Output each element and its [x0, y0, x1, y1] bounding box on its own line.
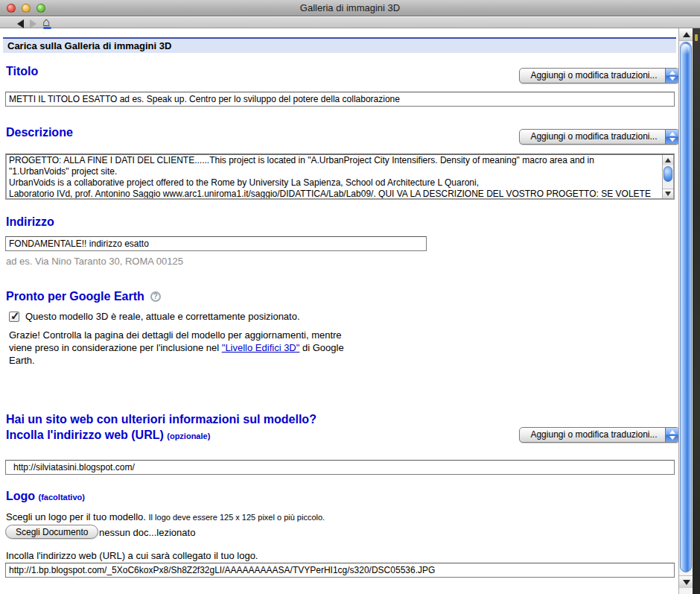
scroll-down-icon[interactable] — [679, 575, 693, 588]
section-heading-google-earth: Pronto per Google Earth? — [6, 290, 161, 303]
browser-toolbar — [0, 17, 700, 28]
translate-dropdown-label: Aggiungi o modifica traduzioni... — [520, 130, 665, 144]
scroll-down-icon[interactable] — [663, 189, 673, 198]
window-titlebar: Galleria di immagini 3D — [0, 0, 700, 16]
section-heading-titolo: Titolo — [6, 65, 38, 78]
scrollbar-thumb[interactable] — [664, 166, 672, 182]
translate-dropdown-description[interactable]: Aggiungi o modifica traduzioni... — [519, 129, 680, 145]
google-earth-checkbox-row: ✓ Questo modello 3D è reale, attuale e c… — [9, 311, 300, 322]
section-heading-website-url: Incolla l'indirizzo web (URL) (opzionale… — [6, 429, 210, 442]
dropdown-stepper-icon — [665, 428, 679, 442]
no-file-selected-text: nessun doc...lezionato — [99, 527, 195, 538]
address-input[interactable] — [5, 236, 427, 251]
logo-size-note: Il logo deve essere 125 x 125 pixel o pi… — [149, 513, 325, 522]
window-scrollbar[interactable] — [678, 28, 693, 594]
page-title: Carica sulla Galleria di immagini 3D — [7, 40, 171, 51]
logo-url-input[interactable] — [5, 563, 675, 578]
checkmark-icon: ✓ — [10, 309, 20, 323]
translate-dropdown-title[interactable]: Aggiungi o modifica traduzioni... — [519, 68, 680, 83]
google-earth-checkbox-label: Questo modello 3D è reale, attuale e cor… — [25, 311, 300, 322]
translate-dropdown-website[interactable]: Aggiungi o modifica traduzioni... — [519, 427, 680, 443]
google-earth-thanks-text: Grazie! Controlla la pagina dei dettagli… — [9, 329, 357, 367]
title-input[interactable] — [5, 92, 675, 107]
scrollbar-thumb[interactable] — [680, 42, 692, 572]
address-hint: ad es. Via Nino Taranto 30, ROMA 00125 — [6, 256, 183, 267]
desktop-background — [693, 28, 700, 594]
description-scrollbar[interactable] — [662, 155, 673, 198]
dropdown-stepper-icon — [665, 130, 679, 144]
section-heading-descrizione: Descrizione — [6, 126, 73, 139]
optional-note: (facoltativo) — [39, 493, 85, 502]
browser-window: Galleria di immagini 3D ⌂ Carica sulla G… — [0, 0, 700, 594]
desktop-background-detail — [695, 34, 698, 41]
help-icon[interactable]: ? — [150, 291, 161, 302]
logo-url-label: Incolla l'indirizzo web (URL) a cui sarà… — [6, 550, 258, 561]
back-icon[interactable] — [17, 19, 24, 28]
translate-dropdown-label: Aggiungi o modifica traduzioni... — [520, 428, 665, 442]
page-header-band: Carica sulla Galleria di immagini 3D — [3, 37, 676, 53]
window-title: Galleria di immagini 3D — [0, 2, 700, 13]
forward-icon[interactable] — [30, 19, 36, 28]
google-earth-checkbox[interactable]: ✓ — [9, 312, 19, 322]
dropdown-stepper-icon — [665, 69, 679, 83]
scroll-up-icon[interactable] — [679, 28, 693, 41]
optional-note: (opzionale) — [167, 432, 210, 440]
scroll-up-icon[interactable] — [663, 155, 673, 165]
section-heading-logo: Logo (facoltativo) — [6, 490, 85, 503]
section-heading-indirizzo: Indirizzo — [6, 215, 54, 229]
choose-file-button[interactable]: Scegli Documento — [5, 525, 98, 539]
section-heading-website-q: Hai un sito web con ulteriori informazio… — [6, 413, 316, 426]
logo-choose-text: Scegli un logo per il tuo modello. Il lo… — [6, 511, 325, 522]
website-url-input[interactable] — [5, 460, 675, 475]
translate-dropdown-label: Aggiungi o modifica traduzioni... — [520, 69, 665, 83]
description-textarea[interactable]: PROGETTO: ALLA FINE I DATI DEL CLIENTE..… — [5, 154, 675, 200]
favicon-indicator — [43, 27, 51, 29]
buildings-layer-link[interactable]: "Livello Edifici 3D" — [222, 342, 300, 353]
